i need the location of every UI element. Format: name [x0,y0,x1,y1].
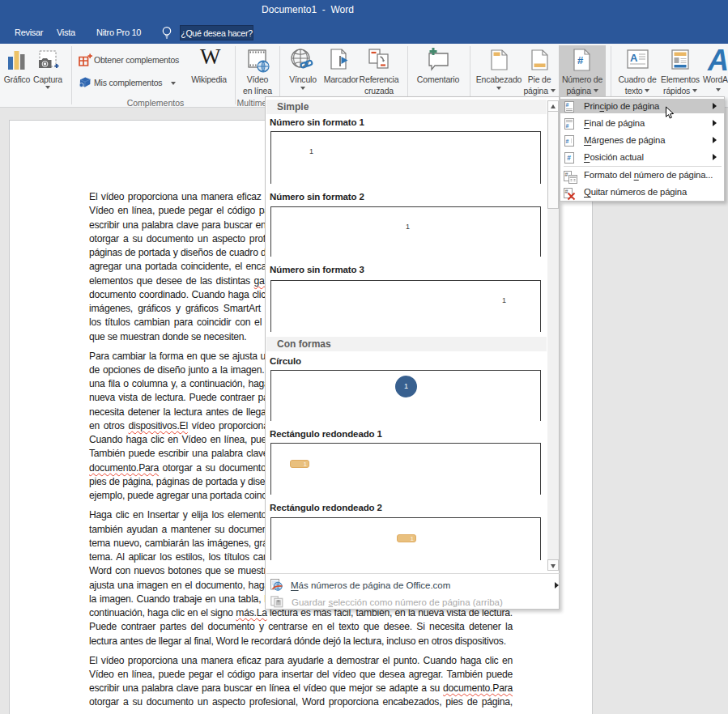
svg-text:#: # [565,189,568,194]
svg-text:#: # [566,123,569,129]
svg-text:#: # [567,154,571,162]
svg-text:#: # [565,172,568,177]
svg-text:A: A [630,52,638,64]
svg-text:#: # [577,54,584,66]
svg-text:#: # [566,138,569,144]
svg-text:#: # [566,102,569,108]
